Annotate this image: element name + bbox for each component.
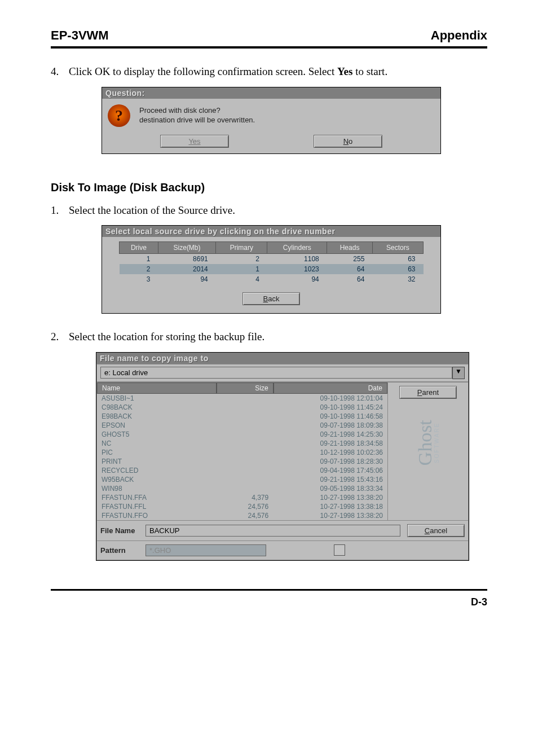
col-size[interactable]: Size	[217, 383, 274, 394]
page-number: D-3	[51, 596, 487, 608]
file-name: WIN98	[97, 484, 217, 493]
step-4-text-a: Click OK to display the following confir…	[69, 65, 337, 77]
drive-cell: 1108	[267, 254, 327, 265]
drv-h-sectors: Sectors	[372, 242, 423, 254]
step-4-num: 4.	[51, 64, 69, 79]
file-list[interactable]: ASUSBI~109-10-1998 12:01:04C98BACK09-10-…	[97, 394, 387, 520]
file-size	[217, 484, 273, 493]
drive-dropdown-button[interactable]: ▼	[452, 367, 465, 379]
drive-cell: 94	[158, 274, 215, 284]
header-left: EP-3VWM	[51, 28, 109, 43]
file-name: NC	[97, 439, 217, 448]
file-row[interactable]: PRINT09-07-1998 18:28:30	[97, 457, 387, 466]
file-row[interactable]: NC09-21-1998 18:34:58	[97, 439, 387, 448]
step-2-text: Select the location for storing the back…	[69, 329, 264, 344]
file-date: 09-10-1998 11:45:24	[273, 403, 387, 412]
drive-combobox[interactable]: e: Local drive	[100, 367, 452, 379]
no-button[interactable]: No	[314, 135, 382, 148]
drive-cell: 32	[372, 274, 423, 284]
file-date: 09-21-1998 18:34:58	[273, 439, 387, 448]
drive-cell: 94	[267, 274, 327, 284]
file-dialog: File name to copy image to e: Local driv…	[96, 352, 469, 561]
file-row[interactable]: PIC10-12-1998 10:02:36	[97, 448, 387, 457]
section-heading: Disk To Image (Disk Backup)	[51, 181, 487, 194]
file-date: 09-05-1998 18:33:34	[273, 484, 387, 493]
file-size	[217, 430, 273, 439]
file-date: 10-27-1998 13:38:18	[273, 502, 387, 511]
header-right: Appendix	[431, 28, 487, 43]
file-date: 09-10-1998 12:01:04	[273, 394, 387, 403]
parent-rest: arent	[422, 388, 439, 397]
drive-cell: 1	[216, 264, 267, 274]
ghost-logo: GhostSOFTWARE	[417, 420, 439, 465]
step-2-num: 2.	[51, 329, 69, 344]
file-size: 4,379	[217, 493, 273, 502]
file-size	[217, 403, 273, 412]
pattern-checkbox[interactable]	[334, 544, 345, 556]
file-date: 09-07-1998 18:28:30	[273, 457, 387, 466]
file-row[interactable]: RECYCLED09-04-1998 17:45:06	[97, 466, 387, 475]
file-row[interactable]: W95BACK09-21-1998 15:43:16	[97, 475, 387, 484]
file-date: 09-21-1998 15:43:16	[273, 475, 387, 484]
file-name: E98BACK	[97, 412, 217, 421]
step-4-text-bold: Yes	[337, 65, 352, 77]
question-line-1: Proceed with disk clone?	[139, 106, 255, 116]
col-name[interactable]: Name	[97, 383, 217, 394]
drive-cell: 64	[327, 274, 373, 284]
drive-row[interactable]: 186912110825563	[120, 254, 424, 265]
file-date: 09-07-1998 18:09:38	[273, 421, 387, 430]
drive-cell: 3	[120, 274, 158, 284]
file-row[interactable]: FFASTUN.FFO24,57610-27-1998 13:38:20	[97, 511, 387, 520]
file-row[interactable]: E98BACK09-10-1998 11:46:58	[97, 412, 387, 421]
drive-cell: 255	[327, 254, 373, 265]
file-row[interactable]: ASUSBI~109-10-1998 12:01:04	[97, 394, 387, 403]
file-date: 09-04-1998 17:45:06	[273, 466, 387, 475]
file-row[interactable]: EPSON09-07-1998 18:09:38	[97, 421, 387, 430]
file-size	[217, 394, 273, 403]
file-date: 10-12-1998 10:02:36	[273, 448, 387, 457]
parent-button[interactable]: Parent	[399, 386, 457, 399]
back-button-rest: ack	[268, 295, 279, 303]
file-row[interactable]: FFASTUN.FFL24,57610-27-1998 13:38:18	[97, 502, 387, 511]
file-name: C98BACK	[97, 403, 217, 412]
file-size	[217, 412, 273, 421]
pattern-label: Pattern	[100, 546, 145, 555]
drive-table: Drive Size(Mb) Primary Cylinders Heads S…	[119, 241, 424, 284]
cancel-button[interactable]: Cancel	[407, 524, 465, 537]
file-name: PIC	[97, 448, 217, 457]
drive-row[interactable]: 22014110236463	[120, 264, 424, 274]
pattern-input[interactable]: *.GHO	[145, 544, 266, 556]
file-size	[217, 457, 273, 466]
drive-cell: 2	[216, 254, 267, 265]
drive-cell: 4	[216, 274, 267, 284]
file-name: FFASTUN.FFL	[97, 502, 217, 511]
file-row[interactable]: C98BACK09-10-1998 11:45:24	[97, 403, 387, 412]
file-size	[217, 466, 273, 475]
file-row[interactable]: FFASTUN.FFA4,37910-27-1998 13:38:20	[97, 493, 387, 502]
drive-dialog: Select local source drive by clicking on…	[102, 225, 441, 314]
step-4: 4. Click OK to display the following con…	[51, 64, 487, 79]
drive-row[interactable]: 3944946432	[120, 274, 424, 284]
file-row[interactable]: WIN9809-05-1998 18:33:34	[97, 484, 387, 493]
header-rule	[51, 46, 487, 49]
back-button[interactable]: Back	[242, 292, 300, 305]
drive-dialog-title: Select local source drive by clicking on…	[102, 226, 440, 237]
drive-cell: 64	[327, 264, 373, 274]
step-1-text: Select the location of the Source drive.	[69, 203, 235, 218]
file-name-input[interactable]: BACKUP	[145, 525, 400, 537]
file-size	[217, 421, 273, 430]
file-row[interactable]: GHOST509-21-1998 14:25:30	[97, 430, 387, 439]
drv-h-size: Size(Mb)	[158, 242, 215, 254]
file-date: 10-27-1998 13:38:20	[273, 511, 387, 520]
drv-h-cyl: Cylinders	[267, 242, 327, 254]
file-name: EPSON	[97, 421, 217, 430]
yes-button[interactable]: Yes	[160, 135, 229, 148]
step-4-text-b: to start.	[352, 65, 387, 77]
file-date: 10-27-1998 13:38:20	[273, 493, 387, 502]
step-2: 2. Select the location for storing the b…	[51, 329, 487, 344]
col-date[interactable]: Date	[274, 383, 387, 394]
file-size	[217, 439, 273, 448]
file-name: W95BACK	[97, 475, 217, 484]
question-line-2: destination drive will be overwritten.	[139, 116, 255, 125]
no-button-rest: o	[349, 137, 352, 146]
